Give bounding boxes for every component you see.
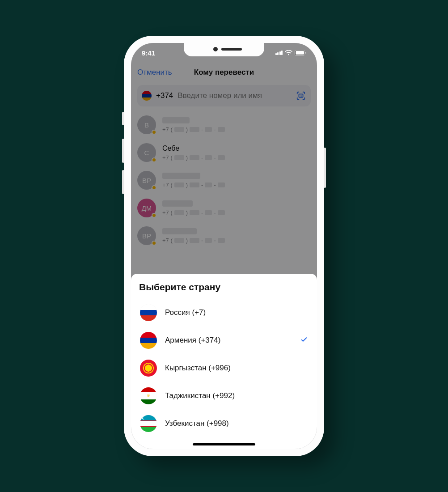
country-label: Кыргызстан (+996): [165, 364, 308, 373]
country-option-uz[interactable]: Узбекистан (+998): [139, 410, 309, 437]
country-option-kg[interactable]: Кыргызстан (+996): [139, 354, 309, 382]
flag-kg-icon: [140, 360, 157, 377]
home-indicator[interactable]: [193, 443, 255, 445]
device-volume-down: [122, 170, 124, 194]
country-option-am[interactable]: Армения (+374): [139, 327, 309, 354]
flag-ru-icon: [140, 304, 157, 321]
country-label: Россия (+7): [165, 308, 308, 317]
device-volume-up: [122, 139, 124, 163]
flag-tj-icon: ♛: [140, 387, 157, 404]
flag-uz-icon: [140, 415, 157, 432]
cellular-signal-icon: [275, 51, 283, 55]
device-notch: [184, 43, 264, 56]
wifi-icon: [285, 50, 292, 55]
status-time: 9:41: [142, 49, 155, 57]
country-option-ru[interactable]: Россия (+7): [139, 299, 309, 327]
phone-device-frame: Отменить Кому перевести +374: [124, 36, 324, 456]
flag-am-icon: [140, 332, 157, 349]
country-option-tj[interactable]: ♛Таджикистан (+992): [139, 382, 309, 410]
device-power-button: [324, 148, 326, 188]
country-label: Узбекистан (+998): [165, 419, 308, 428]
battery-icon: [295, 50, 306, 55]
svg-rect-4: [305, 52, 306, 54]
svg-rect-3: [296, 51, 304, 55]
country-picker-sheet: Выберите страну Россия (+7)Армения (+374…: [131, 274, 317, 449]
phone-screen: Отменить Кому перевести +374: [131, 43, 317, 449]
country-label: Таджикистан (+992): [165, 391, 308, 400]
checkmark-icon: [300, 335, 308, 345]
country-label: Армения (+374): [165, 336, 292, 345]
sheet-title: Выберите страну: [139, 282, 309, 293]
device-mute-switch: [122, 112, 124, 125]
